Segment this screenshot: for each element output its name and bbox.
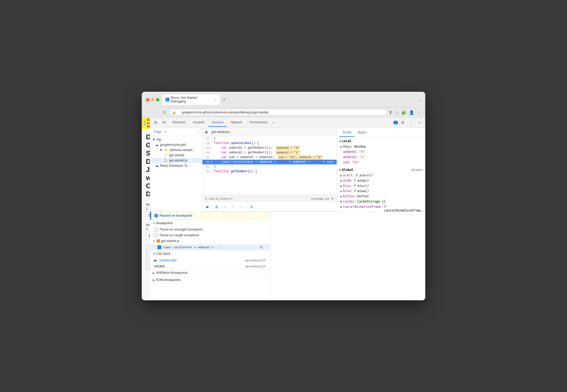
breakpoint-line-text: label.textContent = addend1 + ' … — [163, 246, 257, 249]
file-panel-content: ▼ top ☁ googlechrome.gith... ▼ 📁 devtool… — [150, 136, 202, 211]
callstack-header[interactable]: ▼ Call Stack — [150, 250, 270, 257]
callstack-item-onclick[interactable]: onClick get-started.js:19 — [150, 263, 270, 269]
sources-layout: Page » ⋮ ▼ top ☁ googlechrome.gith... — [150, 128, 425, 211]
button-item[interactable]: ▶ button: button — [337, 194, 425, 199]
file-tree-label: top — [157, 138, 161, 141]
tab-network[interactable]: Network — [227, 118, 246, 127]
select-element-icon[interactable] — [152, 119, 160, 126]
svg-rect-2 — [215, 208, 218, 208]
sum-item: sum: "51" — [337, 160, 425, 165]
forward-button[interactable]: → — [154, 109, 160, 115]
blur-item[interactable]: ▶ blur: f blur() — [337, 183, 425, 188]
file-tree-get-started[interactable]: 📄 get-started — [150, 153, 202, 158]
more-tabs-button[interactable]: » — [271, 119, 276, 126]
settings-button[interactable]: ⚙ — [399, 119, 406, 126]
close-tab-button[interactable]: × — [231, 130, 233, 134]
tab-close-button[interactable]: × — [213, 98, 217, 101]
code-tab-get-started-js[interactable]: get-started.js × — [209, 129, 236, 135]
prev-tab-icon[interactable]: ◀ — [205, 130, 207, 134]
bookmark-icon[interactable]: ☆ — [395, 110, 399, 115]
cloud-icon: ☁ — [155, 164, 158, 168]
add-numbers-button[interactable]: Add Number 1 and Number 2 — [146, 245, 150, 270]
tab-filename: get-started.js — [212, 130, 230, 134]
atob-item[interactable]: ▶ atob: f atob() — [337, 178, 425, 183]
resume-button[interactable]: ▶ — [205, 203, 211, 210]
fullscreen-button[interactable] — [156, 98, 159, 101]
file-tree-get-started-js[interactable]: 📜 get-started.js — [150, 158, 202, 163]
callstack-item-updatelabel[interactable]: ▶ updateLabel get-started.js:32 — [150, 257, 270, 263]
number2-input[interactable] — [146, 232, 150, 240]
line-content: } — [212, 164, 218, 169]
cloud-icon: ☁ — [155, 143, 158, 147]
dom-breakpoints-header[interactable]: ▶ DOM Breakpoints — [150, 276, 270, 283]
file-tree-top[interactable]: ▼ top — [150, 137, 202, 142]
number1-input[interactable] — [146, 211, 150, 219]
more-tabs-icon[interactable]: » — [165, 130, 167, 134]
page-tab[interactable]: Page — [152, 129, 164, 135]
line-content: var sum = addend1 + addend2; sum = "51",… — [212, 155, 325, 160]
line-content: var addend1 = getNumber1(); addend1 = "5… — [212, 146, 302, 150]
webpage-body: Demo: Get Started Debugging JavaScript w… — [142, 129, 150, 274]
reload-button[interactable]: ↻ — [162, 109, 167, 115]
code-line-33: 33 } — [202, 164, 337, 169]
browser-tab[interactable]: D Demo: Get Started Debugging × — [162, 94, 220, 105]
step-into-button[interactable]: ↓ — [221, 203, 228, 210]
btoa-item[interactable]: ▶ btoa: f btoa() — [337, 188, 425, 194]
back-button[interactable]: ← — [146, 109, 152, 115]
device-toolbar-icon[interactable] — [161, 119, 168, 126]
tab-performance[interactable]: Performance — [246, 118, 271, 127]
new-tab-button[interactable]: + — [221, 96, 227, 103]
breakpoints-header[interactable]: ▼ Breakpoints — [150, 220, 270, 227]
scope-tab[interactable]: Scope — [339, 128, 355, 137]
more-menu-icon[interactable]: ⋮ — [417, 110, 421, 115]
svg-rect-0 — [163, 122, 165, 123]
coverage-expand-icon[interactable]: ▼ — [331, 197, 334, 200]
blur-key: blur: — [343, 184, 353, 188]
address-input[interactable]: 🔒 googlechrome.github.io/devtools-sample… — [169, 109, 387, 116]
close-devtools-button[interactable]: × — [416, 119, 423, 126]
breakpoint-checkbox[interactable]: ✓ — [157, 245, 161, 249]
tab-console[interactable]: Console — [189, 118, 208, 127]
file-tree-react[interactable]: ☁ React Developer To... — [150, 163, 202, 168]
file-panel-more-icon[interactable]: ⋮ — [196, 130, 200, 134]
cancel-animation-item[interactable]: ▶ cancelAnimationFrame: f cancelAnimatio… — [337, 204, 425, 211]
step-out-button[interactable]: ↑ — [230, 203, 236, 210]
tabs-area: D Demo: Get Started Debugging × + — [162, 94, 415, 105]
file-tree-label: googlechrome.gith... — [160, 143, 189, 147]
more-options-button[interactable]: ⋮ — [407, 119, 415, 126]
extensions-icon[interactable]: 🧩 — [401, 110, 406, 115]
local-scope-header[interactable]: ▼ Local — [337, 138, 425, 144]
debug-toolbar: ▶ ↓ ↑ → ⊘ — [202, 202, 337, 211]
button-val: button — [357, 194, 368, 198]
close-button[interactable] — [146, 98, 149, 101]
code-editor[interactable]: 27 } 28 function updateLabel() { 29 var … — [202, 136, 337, 195]
global-scope-label: Global — [342, 168, 353, 172]
file-tree-google[interactable]: ☁ googlechrome.gith... — [150, 142, 202, 147]
paused-notice-text: Paused on breakpoint — [160, 214, 192, 217]
share-icon[interactable]: ⬆ — [389, 110, 392, 115]
xhr-breakpoints-header[interactable]: ▶ XHR/fetch Breakpoints — [150, 269, 270, 276]
global-scope-header[interactable]: ▼ Global Window — [337, 167, 425, 173]
browser-window: D Demo: Get Started Debugging × + ⌄ ← → … — [142, 92, 425, 300]
this-item[interactable]: ▶ this: Window — [337, 144, 425, 149]
breakpoint-item[interactable]: ✓ label.textContent = addend1 + ' … 32 — [150, 244, 270, 250]
step-button[interactable]: → — [238, 203, 245, 210]
alert-item[interactable]: ▶ alert: f alert() — [337, 173, 425, 178]
step-over-button[interactable] — [213, 203, 220, 210]
tab-elements[interactable]: Elements — [169, 118, 189, 127]
watch-tab[interactable]: Watch — [355, 129, 370, 136]
security-lock-icon: 🔒 — [172, 111, 176, 114]
pause-uncaught-checkbox[interactable] — [154, 228, 158, 231]
code-tabs: ◀ get-started.js × — [202, 128, 337, 136]
tab-sources[interactable]: Sources — [208, 118, 227, 127]
minimize-button[interactable] — [151, 98, 154, 101]
profile-icon[interactable]: 👤 — [409, 110, 414, 115]
arrow-icon: ▶ — [154, 258, 157, 262]
file-tree-label: get-started — [169, 153, 184, 157]
devtools-topbar: Elements Console Sources Network Perform… — [150, 117, 425, 128]
file-tree-devtools[interactable]: ▼ 📁 devtools-sample... — [150, 147, 202, 153]
deactivate-breakpoints-button[interactable]: ⊘ — [248, 203, 255, 210]
caches-item[interactable]: ▶ caches: CacheStorage {} — [337, 199, 425, 204]
bp-file-header[interactable]: ▼ JS get-started.js — [150, 238, 270, 244]
pause-caught-checkbox[interactable] — [154, 234, 158, 237]
